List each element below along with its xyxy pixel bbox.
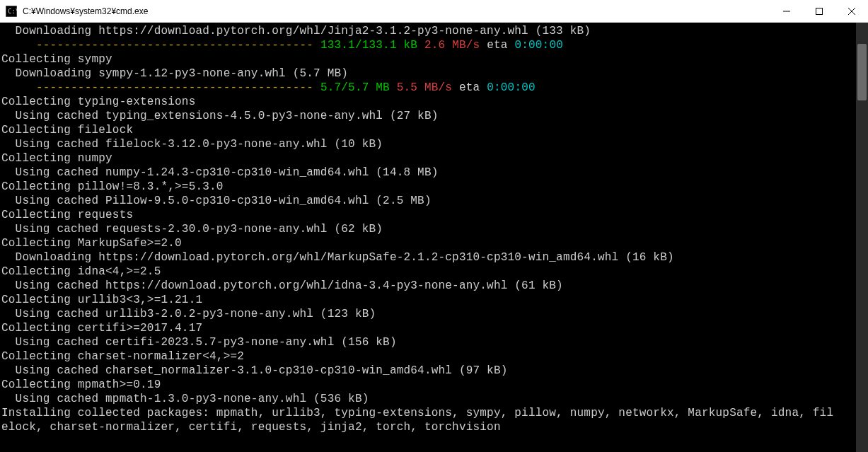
scrollbar-thumb[interactable] bbox=[857, 44, 867, 100]
progress-bar: ---------------------------------------- bbox=[36, 81, 320, 95]
terminal-area: Downloading https://download.pytorch.org… bbox=[0, 23, 868, 452]
svg-rect-3 bbox=[816, 8, 823, 14]
terminal-line: Collecting charset-normalizer<4,>=2 bbox=[1, 349, 855, 364]
terminal-line: Using cached certifi-2023.5.7-py3-none-a… bbox=[1, 335, 855, 349]
progress-speed: 2.6 MB/s bbox=[424, 39, 480, 52]
terminal-line: Collecting requests bbox=[1, 208, 855, 222]
terminal-line: Collecting certifi>=2017.4.17 bbox=[1, 321, 855, 335]
progress-size: 133.1/133.1 kB bbox=[320, 39, 417, 52]
terminal-line: Collecting idna<4,>=2.5 bbox=[1, 265, 855, 279]
progress-eta: 0:00:00 bbox=[514, 39, 563, 52]
terminal-line: Downloading https://download.pytorch.org… bbox=[1, 250, 855, 265]
terminal-line: elock, charset-normalizer, certifi, requ… bbox=[1, 420, 855, 434]
cmd-icon: C:\ bbox=[6, 6, 17, 17]
vertical-scrollbar[interactable] bbox=[856, 23, 868, 452]
terminal-line: Using cached charset_normalizer-3.1.0-cp… bbox=[1, 364, 855, 378]
terminal-line: Collecting filelock bbox=[1, 123, 855, 137]
terminal-line: Collecting numpy bbox=[1, 151, 855, 166]
terminal-line: Collecting sympy bbox=[1, 52, 855, 66]
window-title: C:¥Windows¥system32¥cmd.exe bbox=[23, 6, 770, 16]
terminal-line: Collecting mpmath>=0.19 bbox=[1, 378, 855, 392]
terminal-line: Using cached mpmath-1.3.0-py3-none-any.w… bbox=[1, 392, 855, 406]
terminal-line: Using cached typing_extensions-4.5.0-py3… bbox=[1, 109, 855, 123]
minimize-button[interactable] bbox=[770, 0, 803, 22]
terminal-line: Collecting pillow!=8.3.*,>=5.3.0 bbox=[1, 180, 855, 194]
title-bar[interactable]: C:\ C:¥Windows¥system32¥cmd.exe bbox=[0, 0, 868, 23]
svg-text:C:\: C:\ bbox=[8, 8, 17, 15]
progress-line: ----------------------------------------… bbox=[1, 81, 855, 95]
maximize-button[interactable] bbox=[803, 0, 835, 22]
terminal-line: Using cached requests-2.30.0-py3-none-an… bbox=[1, 222, 855, 236]
progress-eta-label: eta bbox=[487, 39, 507, 52]
terminal-line: Downloading sympy-1.12-py3-none-any.whl … bbox=[1, 66, 855, 81]
close-button[interactable] bbox=[835, 0, 868, 22]
terminal-line: Collecting MarkupSafe>=2.0 bbox=[1, 236, 855, 250]
terminal-line: Using cached filelock-3.12.0-py3-none-an… bbox=[1, 137, 855, 151]
terminal-line: Installing collected packages: mpmath, u… bbox=[1, 406, 855, 420]
progress-line: ----------------------------------------… bbox=[1, 38, 855, 52]
progress-eta-label: eta bbox=[459, 81, 480, 94]
terminal-line: Collecting urllib3<3,>=1.21.1 bbox=[1, 293, 855, 307]
progress-eta: 0:00:00 bbox=[487, 81, 536, 94]
terminal-output[interactable]: Downloading https://download.pytorch.org… bbox=[0, 23, 855, 452]
terminal-line: Using cached https://download.pytorch.or… bbox=[1, 279, 855, 293]
window-controls bbox=[770, 0, 868, 22]
terminal-line: Using cached Pillow-9.5.0-cp310-cp310-wi… bbox=[1, 194, 855, 208]
terminal-line: Using cached urllib3-2.0.2-py3-none-any.… bbox=[1, 307, 855, 321]
terminal-line: Downloading https://download.pytorch.org… bbox=[1, 24, 855, 38]
terminal-line: Collecting typing-extensions bbox=[1, 95, 855, 109]
progress-speed: 5.5 MB/s bbox=[397, 81, 452, 94]
progress-size: 5.7/5.7 MB bbox=[320, 81, 390, 94]
progress-bar: ---------------------------------------- bbox=[36, 38, 320, 52]
terminal-line: Using cached numpy-1.24.3-cp310-cp310-wi… bbox=[1, 166, 855, 180]
